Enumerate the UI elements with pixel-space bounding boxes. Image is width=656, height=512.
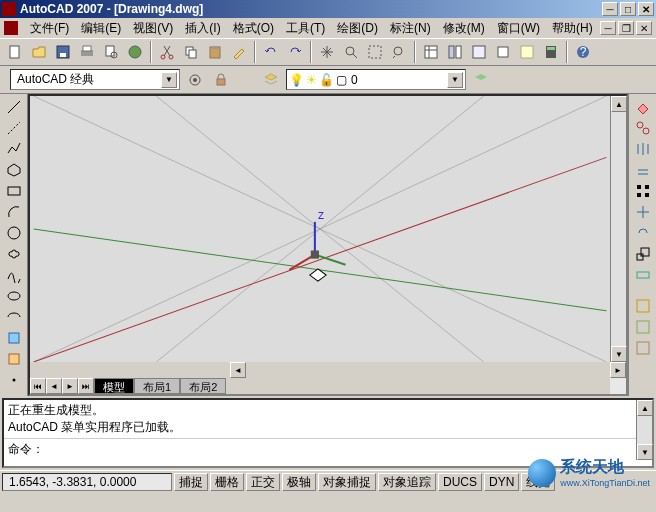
workspace-settings-button[interactable] [184,69,206,91]
scroll-up-button[interactable]: ▲ [611,96,627,112]
scroll-down-button[interactable]: ▼ [611,346,627,362]
break-tool[interactable] [632,337,654,358]
new-button[interactable] [4,41,26,63]
redo-button[interactable] [284,41,306,63]
otrack-toggle[interactable]: 对象追踪 [378,473,436,491]
dyn-toggle[interactable]: DYN [484,473,519,491]
construction-line-tool[interactable] [3,117,25,138]
menu-edit[interactable]: 编辑(E) [75,18,127,39]
menu-format[interactable]: 格式(O) [227,18,280,39]
polyline-tool[interactable] [3,138,25,159]
mdi-restore-button[interactable]: ❐ [618,21,634,35]
workspace-lock-button[interactable] [210,69,232,91]
drawing-canvas[interactable]: z [30,96,610,362]
snap-toggle[interactable]: 捕捉 [174,473,208,491]
markup-button[interactable] [516,41,538,63]
paste-button[interactable] [204,41,226,63]
polar-toggle[interactable]: 极轴 [282,473,316,491]
ellipse-arc-tool[interactable] [3,306,25,327]
design-center-button[interactable] [444,41,466,63]
layer-prev-button[interactable] [470,69,492,91]
print-button[interactable] [76,41,98,63]
copy-tool[interactable] [632,117,654,138]
menu-help[interactable]: 帮助(H) [546,18,599,39]
point-tool[interactable] [3,369,25,390]
line-tool[interactable] [3,96,25,117]
menu-insert[interactable]: 插入(I) [179,18,226,39]
undo-button[interactable] [260,41,282,63]
mirror-tool[interactable] [632,138,654,159]
dropdown-icon[interactable]: ▼ [447,72,463,88]
close-button[interactable]: ✕ [638,2,654,16]
horizontal-scrollbar[interactable]: ◄ ► [30,362,626,378]
extend-tool[interactable] [632,316,654,337]
dropdown-icon[interactable]: ▼ [161,72,177,88]
copy-button[interactable] [180,41,202,63]
stretch-tool[interactable] [632,264,654,285]
grid-toggle[interactable]: 栅格 [210,473,244,491]
block-create-tool[interactable] [3,348,25,369]
print-preview-button[interactable] [100,41,122,63]
circle-tool[interactable] [3,222,25,243]
ducs-toggle[interactable]: DUCS [438,473,482,491]
zoom-window-button[interactable] [364,41,386,63]
svg-point-35 [12,378,15,381]
calculator-button[interactable] [540,41,562,63]
zoom-realtime-button[interactable] [340,41,362,63]
tab-prev-button[interactable]: ◄ [46,378,62,394]
tab-layout2[interactable]: 布局2 [180,378,226,394]
properties-button[interactable] [420,41,442,63]
vertical-scrollbar[interactable]: ▲ ▼ [610,96,626,362]
layer-manager-button[interactable] [260,69,282,91]
maximize-button[interactable]: □ [620,2,636,16]
svg-rect-34 [9,354,19,364]
mdi-minimize-button[interactable]: ─ [600,21,616,35]
command-scrollbar[interactable]: ▲▼ [636,400,652,460]
block-insert-tool[interactable] [3,327,25,348]
scroll-left-button[interactable]: ◄ [230,362,246,378]
ortho-toggle[interactable]: 正交 [246,473,280,491]
offset-tool[interactable] [632,159,654,180]
mdi-close-button[interactable]: ✕ [636,21,652,35]
sheet-set-button[interactable] [492,41,514,63]
menu-modify[interactable]: 修改(M) [437,18,491,39]
menu-view[interactable]: 视图(V) [127,18,179,39]
menu-dimension[interactable]: 标注(N) [384,18,437,39]
publish-button[interactable] [124,41,146,63]
trim-tool[interactable] [632,295,654,316]
tab-layout1[interactable]: 布局1 [134,378,180,394]
tab-first-button[interactable]: ⏮ [30,378,46,394]
menu-draw[interactable]: 绘图(D) [331,18,384,39]
osnap-toggle[interactable]: 对象捕捉 [318,473,376,491]
workspace-combo[interactable]: AutoCAD 经典 ▼ [10,69,180,90]
tab-model[interactable]: 模型 [94,378,134,394]
layer-combo[interactable]: 💡 ☀ 🔓 ▢ 0 ▼ [286,69,466,90]
revcloud-tool[interactable] [3,243,25,264]
match-prop-button[interactable] [228,41,250,63]
polygon-tool[interactable] [3,159,25,180]
erase-tool[interactable] [632,96,654,117]
open-button[interactable] [28,41,50,63]
minimize-button[interactable]: ─ [602,2,618,16]
save-button[interactable] [52,41,74,63]
menu-file[interactable]: 文件(F) [24,18,75,39]
tab-last-button[interactable]: ⏭ [78,378,94,394]
drawing-viewport[interactable]: z ▲ ▼ ◄ ► ⏮ ◄ ► ⏭ 模型 布局1 布局2 [28,94,628,396]
help-button[interactable]: ? [572,41,594,63]
array-tool[interactable] [632,180,654,201]
rotate-tool[interactable] [632,222,654,243]
ellipse-tool[interactable] [3,285,25,306]
scroll-right-button[interactable]: ► [610,362,626,378]
scale-tool[interactable] [632,243,654,264]
tool-palettes-button[interactable] [468,41,490,63]
move-tool[interactable] [632,201,654,222]
menu-tools[interactable]: 工具(T) [280,18,331,39]
rectangle-tool[interactable] [3,180,25,201]
tab-next-button[interactable]: ► [62,378,78,394]
spline-tool[interactable] [3,264,25,285]
cut-button[interactable] [156,41,178,63]
pan-button[interactable] [316,41,338,63]
menu-window[interactable]: 窗口(W) [491,18,546,39]
zoom-previous-button[interactable] [388,41,410,63]
arc-tool[interactable] [3,201,25,222]
